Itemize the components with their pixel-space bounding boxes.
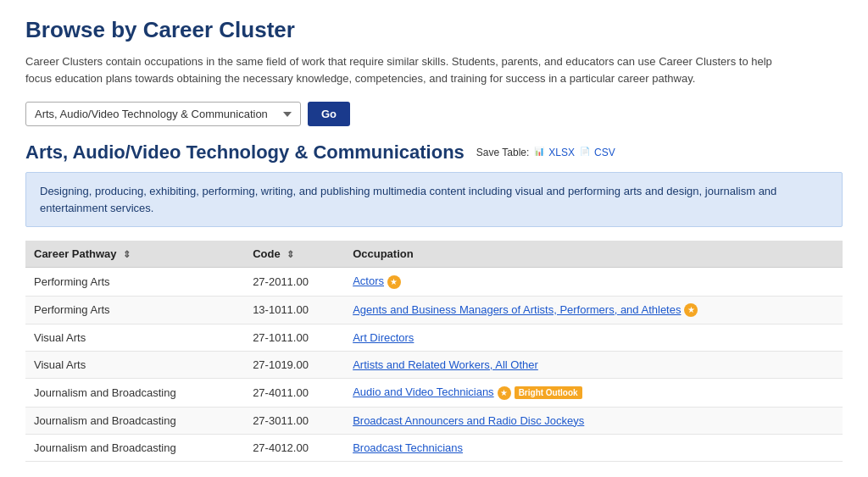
cluster-description: Designing, producing, exhibiting, perfor… <box>25 172 843 227</box>
bright-star-icon: ★ <box>498 386 511 400</box>
cluster-title: Arts, Audio/Video Technology & Communica… <box>25 141 843 164</box>
csv-label: CSV <box>594 147 615 158</box>
sort-code-icon: ⇕ <box>287 249 294 260</box>
table-row: Journalism and Broadcasting27-3011.00Bro… <box>25 407 843 434</box>
table-row: Performing Arts27-2011.00Actors★ <box>25 268 843 297</box>
cell-pathway: Journalism and Broadcasting <box>25 434 244 461</box>
go-button[interactable]: Go <box>308 102 350 126</box>
occupation-link[interactable]: Broadcast Technicians <box>353 441 463 454</box>
cell-code: 27-1011.00 <box>244 324 344 352</box>
cell-pathway: Journalism and Broadcasting <box>25 407 244 434</box>
cell-occupation: Actors★ <box>344 268 843 297</box>
occupation-link[interactable]: Audio and Video Technicians <box>353 385 493 398</box>
sort-pathway-icon: ⇕ <box>123 249 131 260</box>
cell-occupation: Audio and Video Technicians★Bright Outlo… <box>344 379 843 408</box>
cell-occupation: Broadcast Technicians <box>344 434 843 461</box>
table-body: Performing Arts27-2011.00Actors★Performi… <box>25 268 843 462</box>
col-header-code[interactable]: Code ⇕ <box>244 241 344 268</box>
xlsx-link[interactable]: 📊 XLSX <box>534 147 575 158</box>
page-title: Browse by Career Cluster <box>25 17 843 43</box>
cell-code: 27-2011.00 <box>244 268 344 297</box>
cell-code: 27-4011.00 <box>244 379 344 408</box>
cell-pathway: Performing Arts <box>25 268 244 297</box>
occupation-link[interactable]: Art Directors <box>353 331 414 344</box>
cell-code: 27-1019.00 <box>244 352 344 379</box>
table-row: Visual Arts27-1019.00Artists and Related… <box>25 352 843 379</box>
cell-occupation: Art Directors <box>344 324 843 352</box>
table-row: Journalism and Broadcasting27-4012.00Bro… <box>25 434 843 461</box>
save-table-controls: Save Table: 📊 XLSX 📄 CSV <box>476 147 615 158</box>
controls-row: Arts, Audio/Video Technology & Communica… <box>25 102 843 126</box>
csv-link[interactable]: 📄 CSV <box>580 147 615 158</box>
cell-pathway: Visual Arts <box>25 324 244 352</box>
table-row: Journalism and Broadcasting27-4011.00Aud… <box>25 379 843 408</box>
occupation-link[interactable]: Artists and Related Workers, All Other <box>353 358 538 371</box>
cluster-select[interactable]: Arts, Audio/Video Technology & Communica… <box>25 102 301 126</box>
col-header-occupation: Occupation <box>344 241 843 268</box>
cell-pathway: Performing Arts <box>25 296 244 324</box>
col-header-pathway[interactable]: Career Pathway ⇕ <box>25 241 244 268</box>
gold-star-icon: ★ <box>684 303 698 317</box>
bright-star-icon: ★ <box>387 275 401 289</box>
table-row: Visual Arts27-1011.00Art Directors <box>25 324 843 352</box>
page-description: Career Clusters contain occupations in t… <box>25 53 788 86</box>
cluster-title-text: Arts, Audio/Video Technology & Communica… <box>25 141 465 164</box>
occupation-link[interactable]: Agents and Business Managers of Artists,… <box>353 303 681 316</box>
table-row: Performing Arts13-1011.00Agents and Busi… <box>25 296 843 324</box>
cell-occupation: Artists and Related Workers, All Other <box>344 352 843 379</box>
occupation-link[interactable]: Actors <box>353 275 384 287</box>
xlsx-icon: 📊 <box>534 147 546 158</box>
occupation-link[interactable]: Broadcast Announcers and Radio Disc Jock… <box>353 414 584 427</box>
xlsx-label: XLSX <box>548 147 575 158</box>
bright-outlook-badge: Bright Outlook <box>515 386 582 399</box>
cell-occupation: Agents and Business Managers of Artists,… <box>344 296 843 324</box>
cell-pathway: Visual Arts <box>25 352 244 379</box>
occupations-table: Career Pathway ⇕ Code ⇕ Occupation Perfo… <box>25 241 843 462</box>
csv-icon: 📄 <box>580 147 592 158</box>
save-table-label: Save Table: <box>476 147 530 158</box>
cell-pathway: Journalism and Broadcasting <box>25 379 244 408</box>
cell-code: 13-1011.00 <box>244 296 344 324</box>
cell-code: 27-4012.00 <box>244 434 344 461</box>
cell-code: 27-3011.00 <box>244 407 344 434</box>
cell-occupation: Broadcast Announcers and Radio Disc Jock… <box>344 407 843 434</box>
table-header-row: Career Pathway ⇕ Code ⇕ Occupation <box>25 241 843 268</box>
